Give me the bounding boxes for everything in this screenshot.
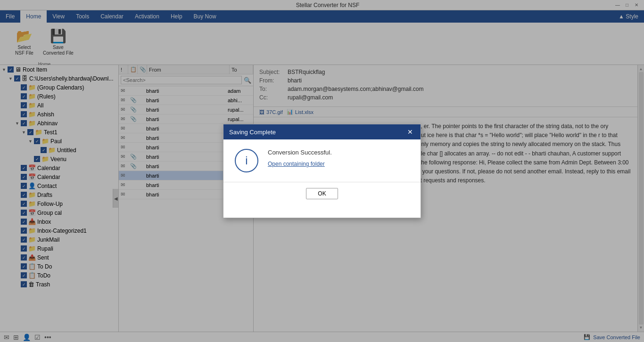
- ok-button[interactable]: OK: [306, 188, 338, 199]
- modal-info-icon: i: [235, 149, 258, 172]
- modal-overlay: Saving Complete ✕ i Conversion Successfu…: [0, 0, 644, 342]
- modal-content: Conversion Successful. Open containing f…: [268, 149, 409, 167]
- modal-body: i Conversion Successful. Open containing…: [223, 139, 421, 182]
- modal-footer: OK: [223, 182, 421, 205]
- modal-title: Saving Complete: [229, 129, 276, 136]
- saving-complete-dialog: Saving Complete ✕ i Conversion Successfu…: [223, 124, 421, 218]
- success-text: Conversion Successful.: [268, 149, 409, 156]
- modal-title-bar: Saving Complete ✕: [223, 124, 421, 139]
- modal-close-button[interactable]: ✕: [405, 127, 415, 137]
- open-containing-folder-link[interactable]: Open containing folder: [268, 161, 325, 167]
